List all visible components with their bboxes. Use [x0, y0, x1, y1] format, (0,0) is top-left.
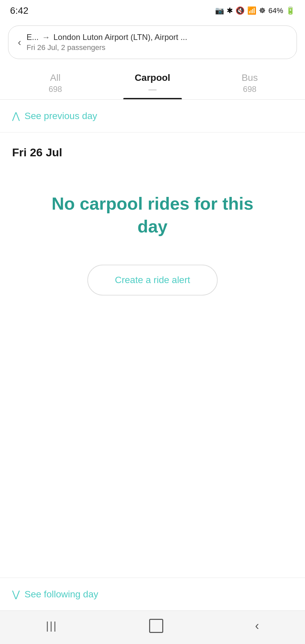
status-bar: 6:42 📷 ✱ 🔇 📶 ☸ 64% 🔋: [0, 0, 305, 20]
no-rides-message: No carpool rides for this day: [35, 193, 270, 238]
tab-all-count: 698: [49, 85, 62, 94]
route-arrow-icon: →: [42, 33, 50, 42]
tab-all-label: All: [50, 72, 60, 83]
tab-carpool-label: Carpool: [135, 72, 170, 83]
status-time: 6:42: [10, 5, 29, 16]
nav-home-icon[interactable]: [149, 619, 163, 633]
see-previous-day-label: See previous day: [25, 111, 97, 121]
tab-bus-count: 698: [243, 85, 256, 94]
status-icons: 📷 ✱ 🔇 📶 ☸ 64% 🔋: [215, 6, 295, 15]
mute-icon: 🔇: [235, 6, 245, 15]
nav-menu-icon[interactable]: |||: [46, 620, 57, 632]
back-button[interactable]: ‹: [18, 37, 21, 48]
bottom-nav: ||| ‹: [0, 610, 305, 644]
chevron-down-icon: ⋁: [12, 589, 20, 600]
route-to: London Luton Airport (LTN), Airport ...: [53, 33, 187, 42]
route-from: E...: [27, 33, 39, 42]
tab-bus-label: Bus: [242, 72, 258, 83]
battery-icon: 🔋: [286, 6, 295, 15]
tab-carpool-count: —: [148, 85, 157, 94]
tab-carpool[interactable]: Carpool —: [104, 64, 201, 99]
trip-details: Fri 26 Jul, 2 passengers: [27, 43, 287, 52]
chevron-up-icon: ⋀: [12, 110, 20, 121]
search-bar-container: ‹ E... → London Luton Airport (LTN), Air…: [0, 20, 305, 64]
tab-bus[interactable]: Bus 698: [201, 64, 298, 99]
create-ride-alert-button[interactable]: Create a ride alert: [87, 265, 218, 296]
date-text: Fri 26 Jul: [12, 146, 62, 159]
see-following-day-button[interactable]: ⋁ See following day: [0, 578, 305, 610]
search-bar[interactable]: ‹ E... → London Luton Airport (LTN), Air…: [8, 25, 297, 59]
tab-all[interactable]: All 698: [7, 64, 104, 99]
main-content: No carpool rides for this day Create a r…: [0, 166, 305, 447]
battery-text: 64%: [268, 6, 283, 15]
see-previous-day-button[interactable]: ⋀ See previous day: [0, 100, 305, 132]
nav-back-icon[interactable]: ‹: [255, 619, 259, 633]
signal-icon: ☸: [259, 6, 266, 15]
camera-icon: 📷: [215, 6, 224, 15]
date-header: Fri 26 Jul: [0, 132, 305, 166]
route-top: E... → London Luton Airport (LTN), Airpo…: [27, 33, 287, 42]
create-alert-label: Create a ride alert: [115, 275, 190, 285]
tabs-container: All 698 Carpool — Bus 698: [0, 64, 305, 100]
wifi-icon: 📶: [247, 6, 256, 15]
see-following-day-label: See following day: [25, 589, 98, 600]
bluetooth-icon: ✱: [227, 6, 233, 15]
search-route: E... → London Luton Airport (LTN), Airpo…: [27, 33, 287, 52]
